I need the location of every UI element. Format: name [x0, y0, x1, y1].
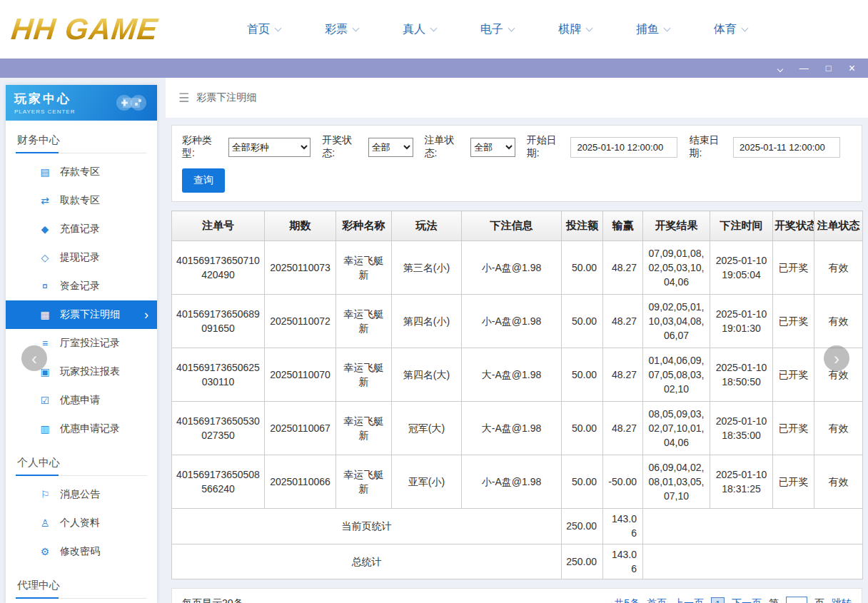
- table-row: 40156917365071042049020250110073幸运飞艇新第三名…: [172, 241, 863, 295]
- cell-lottery: 幸运飞艇新: [336, 241, 392, 295]
- chevron-down-icon: [430, 24, 438, 31]
- sidebar-item-profile[interactable]: ♙个人资料: [6, 509, 157, 537]
- sidebar-item-label: 提现记录: [60, 251, 100, 264]
- page-title: 彩票下注明细: [196, 91, 256, 104]
- cell-period: 20250110072: [265, 295, 336, 348]
- sidebar-item-password[interactable]: ⚙修改密码: [6, 537, 157, 566]
- draw-status-select[interactable]: 全部: [368, 138, 413, 157]
- nav-item-label: 彩票: [325, 22, 348, 37]
- chevron-down-icon: [508, 24, 515, 31]
- menu-icon[interactable]: ☰: [178, 91, 189, 106]
- cell-bet-info: 小-A盘@1.98: [462, 295, 562, 348]
- promo-record-icon: ▥: [39, 423, 51, 435]
- chevron-down-icon: [353, 24, 360, 31]
- nav-item-label: 电子: [480, 22, 503, 37]
- nav-item-2[interactable]: 彩票: [325, 22, 358, 37]
- cell-bet-info: 小-A盘@1.98: [462, 241, 562, 295]
- sidebar-item-deposit[interactable]: ▤存款专区: [6, 158, 157, 186]
- sidebar-item-promo[interactable]: ☑优惠申请: [6, 386, 157, 415]
- sidebar-item-promo_record[interactable]: ▥优惠申请记录: [6, 415, 157, 443]
- start-date-label: 开始日期:: [527, 134, 567, 160]
- table-header-row: 注单号期数彩种名称玩法下注信息投注额输赢开奖结果下注时间开奖状态注单状态: [172, 211, 863, 241]
- workspace: 玩家中心 PLAYERS CENTER 财务中心▤存款专区⇄取款专区◆充值记录◇…: [0, 78, 868, 603]
- next-page-link[interactable]: 下一页: [732, 597, 762, 603]
- cell-play: 第四名(小): [392, 295, 462, 348]
- sidebar-item-label: 彩票下注明细: [60, 308, 120, 321]
- sidebar-subtitle: PLAYERS CENTER: [14, 108, 75, 115]
- end-date-input[interactable]: [733, 137, 840, 158]
- sidebar-item-label: 厅室投注记录: [60, 337, 120, 350]
- column-header: 开奖状态: [773, 211, 814, 241]
- cell-lottery: 幸运飞艇新: [336, 455, 392, 509]
- chevron-down-icon: [777, 66, 783, 72]
- nav-item-7[interactable]: 体育: [714, 22, 747, 37]
- summary-label: 总统计: [172, 544, 562, 579]
- cell-win-loss: 48.27: [603, 295, 643, 348]
- prev-page-link[interactable]: 上一页: [674, 597, 704, 603]
- jump-page-input[interactable]: [786, 597, 807, 603]
- cell-bet-no: 401569173650508566240: [172, 455, 265, 509]
- sidebar-item-notice[interactable]: ⚐消息公告: [6, 480, 157, 509]
- window-minimize-icon[interactable]: —: [799, 64, 809, 73]
- lottery-type-select[interactable]: 全部彩种: [228, 138, 311, 157]
- window-close-icon[interactable]: ×: [849, 63, 855, 74]
- nav-item-6[interactable]: 捕鱼: [636, 22, 670, 37]
- bet-table: 注单号期数彩种名称玩法下注信息投注额输赢开奖结果下注时间开奖状态注单状态 401…: [171, 211, 863, 579]
- nav-item-5[interactable]: 棋牌: [558, 22, 592, 37]
- chevron-down-icon: [275, 24, 282, 31]
- cell-amount: 50.00: [562, 402, 603, 455]
- pagination-bar: 每页显示20条 共5条 首页 上一页 1 下一页 第 页 跳转: [171, 588, 862, 603]
- bet-status-label: 注单状态:: [425, 134, 467, 160]
- main-nav: 首页彩票真人电子棋牌捕鱼体育: [247, 22, 747, 37]
- breadcrumb: ☰ 彩票下注明细: [166, 78, 868, 118]
- nav-item-4[interactable]: 电子: [480, 22, 514, 37]
- cell-period: 20250110073: [265, 241, 336, 295]
- sidebar-item-recharge[interactable]: ◆充值记录: [6, 215, 157, 243]
- jump-link[interactable]: 跳转: [832, 597, 852, 603]
- pagination-controls: 共5条 首页 上一页 1 下一页 第 页 跳转: [614, 597, 852, 603]
- brand-logo[interactable]: HH GAME: [9, 12, 220, 46]
- window-titlebar: — □ ×: [0, 59, 868, 78]
- cell-draw-status: 已开奖: [773, 295, 814, 348]
- funds-icon: ¤: [39, 280, 51, 292]
- start-date-input[interactable]: [570, 137, 677, 158]
- current-page[interactable]: 1: [711, 597, 725, 603]
- nav-item-1[interactable]: 首页: [247, 22, 281, 37]
- chevron-down-icon: [742, 24, 749, 31]
- sidebar-item-withdraw[interactable]: ⇄取款专区: [6, 186, 157, 215]
- section-heading-label: 个人中心: [17, 456, 60, 468]
- summary-bet-amount: 250.00: [562, 509, 603, 544]
- sidebar-item-bet_detail[interactable]: ▦彩票下注明细›: [6, 300, 157, 329]
- column-header: 注单号: [172, 211, 265, 241]
- sidebar-item-label: 资金记录: [60, 280, 100, 293]
- sidebar-item-funds[interactable]: ¤资金记录: [6, 272, 157, 300]
- bet-status-select[interactable]: 全部: [470, 138, 515, 157]
- recharge-icon: ◆: [39, 223, 51, 235]
- summary-empty-cell: [643, 544, 863, 579]
- window-maximize-icon[interactable]: □: [826, 64, 832, 73]
- carousel-next-button[interactable]: ›: [824, 345, 849, 371]
- sidebar-item-label: 存款专区: [60, 166, 100, 178]
- cell-bet-status: 有效: [814, 295, 863, 348]
- first-page-link[interactable]: 首页: [647, 597, 667, 603]
- cell-bet-status: 有效: [814, 402, 863, 455]
- cell-result: 08,05,09,03,02,07,10,01,04,06: [643, 402, 710, 455]
- page-suffix-label: 页: [814, 597, 824, 603]
- sidebar: 玩家中心 PLAYERS CENTER 财务中心▤存款专区⇄取款专区◆充值记录◇…: [6, 85, 157, 603]
- cell-bet-info: 小-A盘@1.98: [462, 455, 562, 509]
- nav-item-3[interactable]: 真人: [403, 22, 436, 37]
- chevron-down-icon: [664, 24, 671, 31]
- page-prefix-label: 第: [769, 597, 779, 603]
- cell-play: 第四名(大): [392, 348, 462, 402]
- cell-bet-info: 大-A盘@1.98: [462, 348, 562, 402]
- sidebar-item-cashout[interactable]: ◇提现记录: [6, 243, 157, 272]
- password-icon: ⚙: [39, 546, 51, 557]
- window-dropdown-icon[interactable]: [778, 64, 782, 73]
- cell-result: 06,09,04,02,08,01,03,05,07,10: [643, 455, 710, 509]
- gamepad-icon: [114, 92, 148, 113]
- query-button[interactable]: 查询: [182, 168, 225, 193]
- cell-bet-time: 2025-01-10 19:05:04: [710, 241, 773, 295]
- nav-item-label: 棋牌: [558, 22, 581, 37]
- draw-status-group: 开奖状态: 全部: [322, 134, 413, 160]
- carousel-prev-button[interactable]: ‹: [21, 345, 47, 371]
